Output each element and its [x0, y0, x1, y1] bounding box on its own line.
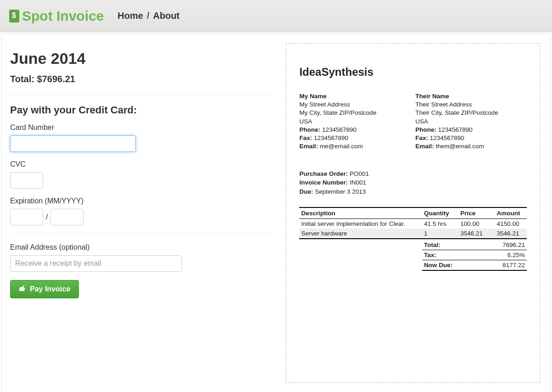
to-city: Their City, State ZIP/Postcode: [415, 109, 527, 117]
separator-2: [10, 234, 273, 234]
expiration-separator: /: [46, 213, 48, 221]
from-fax: 1234567890: [314, 134, 348, 141]
from-phone: 1234567890: [322, 126, 357, 133]
cvc-group: CVC: [10, 160, 273, 189]
email-group: Email Address (optional): [10, 243, 273, 272]
company-name: IdeaSynthesis: [299, 66, 527, 78]
due-label: Due:: [299, 188, 313, 195]
col-price: Price: [458, 207, 495, 219]
summary: Total: 7696.21 Tax: 6.25% Now Due: 8177.…: [299, 240, 527, 271]
to-fax: 1234567890: [430, 134, 464, 141]
from-street: My Street Address: [299, 101, 411, 109]
pay-invoice-label: Pay Invoice: [30, 285, 70, 293]
separator: [10, 95, 273, 95]
address-columns: My Name My Street Address My City, State…: [299, 92, 527, 151]
invoice-number-label: Invoice Number:: [299, 179, 348, 186]
summary-total-label: Total:: [424, 241, 440, 248]
nav-home[interactable]: Home: [117, 11, 143, 21]
from-email: me@email.com: [320, 143, 363, 150]
cvc-label: CVC: [10, 160, 273, 168]
card-number-input[interactable]: [10, 135, 136, 152]
col-description: Description: [299, 207, 422, 219]
from-name: My Name: [299, 92, 411, 101]
line-desc: Server hardware: [299, 229, 422, 239]
nav: Home / About: [117, 11, 179, 21]
topbar: Spot Invoice Home / About: [0, 0, 552, 32]
expiration-label: Expiration (MM/YYYY): [10, 197, 273, 205]
pay-invoice-button[interactable]: Pay Invoice: [10, 280, 79, 298]
to-country: USA: [415, 118, 527, 126]
invoice-box: IdeaSynthesis My Name My Street Address …: [286, 43, 540, 383]
payment-panel: June 2014 Total: $7696.21 Pay with your …: [2, 34, 281, 392]
col-amount: Amount: [495, 207, 527, 219]
to-name: Their Name: [415, 92, 527, 101]
line-amt: 4150.00: [495, 219, 527, 229]
summary-due-label: Now Due:: [424, 262, 452, 269]
from-fax-label: Fax:: [299, 134, 312, 141]
from-phone-label: Phone:: [299, 126, 320, 133]
nav-about[interactable]: About: [153, 11, 180, 21]
email-label: Email Address (optional): [10, 243, 273, 252]
po-value: PO001: [350, 170, 369, 177]
invoice-preview-panel: IdeaSynthesis My Name My Street Address …: [281, 34, 550, 392]
from-address: My Name My Street Address My City, State…: [299, 92, 411, 151]
expiration-year-input[interactable]: [50, 209, 84, 225]
summary-tax-value: 6.25%: [507, 252, 525, 258]
to-phone: 1234567890: [438, 126, 473, 133]
summary-total-value: 7696.21: [502, 241, 525, 248]
page: June 2014 Total: $7696.21 Pay with your …: [1, 34, 551, 392]
table-row: Server hardware 1 3546.21 3546.21: [299, 229, 527, 239]
to-email: them@email.com: [435, 143, 484, 150]
expiration-month-input[interactable]: [10, 209, 43, 225]
summary-tax-row: Tax: 6.25%: [422, 250, 527, 260]
total-label: Total:: [10, 74, 34, 84]
invoice-meta: Purchase Order: PO001 Invoice Number: IN…: [299, 169, 527, 196]
line-amt: 3546.21: [495, 229, 527, 239]
summary-due-row: Now Due: 8177.22: [422, 260, 527, 271]
nav-separator: /: [147, 11, 150, 21]
to-email-label: Email:: [415, 143, 434, 150]
total-line: Total: $7696.21: [10, 74, 273, 84]
summary-due-value: 8177.22: [502, 262, 525, 269]
due-value: September 3 2013: [315, 188, 366, 195]
expiration-group: Expiration (MM/YYYY) /: [10, 197, 273, 225]
total-value: $7696.21: [37, 74, 75, 84]
thumbs-up-icon: [19, 285, 26, 294]
logo[interactable]: Spot Invoice: [9, 8, 104, 24]
line-price: 3546.21: [458, 229, 495, 239]
from-country: USA: [299, 118, 411, 126]
invoice-period: June 2014: [10, 50, 273, 67]
line-qty: 1: [422, 229, 458, 239]
col-quantity: Quantity: [422, 207, 458, 219]
card-number-group: Card Number: [10, 123, 273, 152]
line-items-table: Description Quantity Price Amount Initia…: [299, 207, 527, 239]
logo-text: Spot Invoice: [22, 8, 104, 24]
to-address: Their Name Their Street Address Their Ci…: [415, 92, 527, 151]
table-row: Initial server implementation for Clear.…: [299, 219, 527, 229]
summary-tax-label: Tax:: [424, 252, 436, 258]
line-qty: 41.5 hrs: [422, 219, 458, 229]
to-fax-label: Fax:: [415, 134, 428, 141]
from-email-label: Email:: [299, 143, 318, 150]
from-city: My City, State ZIP/Postcode: [299, 109, 411, 117]
logo-icon: [9, 10, 19, 22]
summary-total-row: Total: 7696.21: [422, 240, 527, 250]
to-street: Their Street Address: [415, 101, 527, 109]
invoice-number-value: IN001: [350, 179, 366, 186]
email-input[interactable]: [10, 255, 182, 272]
line-desc: Initial server implementation for Clear.: [299, 219, 422, 229]
line-price: 100.00: [458, 219, 495, 229]
card-number-label: Card Number: [10, 123, 273, 132]
cvc-input[interactable]: [10, 172, 43, 189]
to-phone-label: Phone:: [415, 126, 436, 133]
table-header-row: Description Quantity Price Amount: [299, 207, 527, 219]
pay-heading: Pay with your Credit Card:: [10, 104, 273, 116]
po-label: Purchase Order:: [299, 170, 348, 177]
